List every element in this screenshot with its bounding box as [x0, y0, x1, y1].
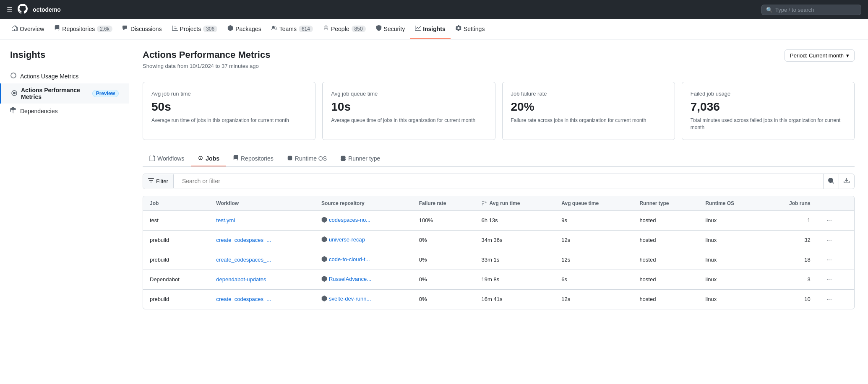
nav-insights[interactable]: Insights — [410, 19, 451, 39]
cell-repo-1[interactable]: universe-recap — [315, 230, 412, 250]
nav-people-label: People — [331, 26, 349, 32]
tab-repositories[interactable]: Repositories — [226, 152, 280, 166]
table-row: prebuild create_codespaces_... svelte-de… — [143, 289, 854, 309]
people-badge: 850 — [352, 26, 366, 32]
cell-failure-rate-2: 0% — [412, 250, 475, 270]
nav-insights-label: Insights — [423, 26, 446, 32]
sidebar-item-performance-metrics[interactable]: Actions Performance Metrics Preview — [0, 83, 129, 104]
filter-button[interactable]: Filter — [143, 174, 174, 188]
cell-avg-queue-time-3: 6s — [555, 270, 633, 289]
search-placeholder: Type / to search — [775, 7, 814, 13]
cell-more-0[interactable]: ··· — [817, 210, 854, 230]
cell-job-runs-0: 1 — [764, 210, 817, 230]
tab-workflows[interactable]: Workflows — [143, 152, 191, 166]
cell-runtime-os-1: linux — [699, 230, 764, 250]
more-button-2[interactable]: ··· — [824, 255, 834, 265]
table-row: prebuild create_codespaces_... universe-… — [143, 230, 854, 250]
cell-job-0: test — [143, 210, 209, 230]
cell-job-2: prebuild — [143, 250, 209, 270]
tab-runner-type[interactable]: Runner type — [334, 152, 387, 166]
cell-job-runs-1: 32 — [764, 230, 817, 250]
nav-projects[interactable]: Projects 306 — [167, 19, 223, 39]
cell-repo-4[interactable]: svelte-dev-runn... — [315, 289, 412, 309]
more-button-0[interactable]: ··· — [824, 216, 834, 225]
cell-runtime-os-0: linux — [699, 210, 764, 230]
metric-value-3: 7,036 — [691, 100, 846, 114]
metric-label-1: Avg job queue time — [331, 91, 486, 97]
th-runner-type: Runner type — [633, 196, 699, 211]
more-button-3[interactable]: ··· — [824, 275, 834, 284]
nav-security-label: Security — [384, 26, 405, 32]
svg-point-0 — [11, 73, 16, 78]
more-button-4[interactable]: ··· — [824, 295, 834, 304]
sidebar-item-usage-metrics[interactable]: Actions Usage Metrics — [0, 69, 129, 83]
projects-icon — [172, 25, 178, 32]
workflows-icon — [149, 155, 155, 162]
tab-runtime-os[interactable]: Runtime OS — [280, 152, 334, 166]
topbar: ☰ octodemo 🔍 Type / to search — [0, 0, 868, 19]
nav-teams[interactable]: Teams 614 — [266, 19, 318, 39]
org-name[interactable]: octodemo — [33, 6, 61, 13]
filter-download-icon-btn[interactable] — [839, 174, 854, 189]
chevron-down-icon: ▾ — [846, 52, 849, 59]
repositories-icon — [54, 25, 60, 32]
preview-badge: Preview — [92, 90, 119, 97]
table-header-row: Job Workflow Source repository Failure r… — [143, 196, 854, 211]
filter-search-input[interactable] — [177, 174, 820, 188]
cell-workflow-4[interactable]: create_codespaces_... — [209, 289, 315, 309]
cell-more-2[interactable]: ··· — [817, 250, 854, 270]
cell-repo-0[interactable]: codespaces-no... — [315, 210, 412, 230]
nav-discussions-label: Discussions — [130, 26, 162, 32]
more-button-1[interactable]: ··· — [824, 236, 834, 245]
nav-repositories[interactable]: Repositories 2.6k — [49, 19, 117, 39]
repo-tab-icon — [233, 155, 239, 162]
metric-card-avg-job-queue: Avg job queue time 10s Average queue tim… — [322, 82, 495, 140]
period-button[interactable]: Period: Current month ▾ — [785, 49, 855, 62]
th-job: Job — [143, 196, 209, 211]
date-range: Showing data from 10/1/2024 to 37 minute… — [143, 63, 270, 69]
table-row: test test.yml codespaces-no... 100% 6h 1… — [143, 210, 854, 230]
jobs-table: Job Workflow Source repository Failure r… — [143, 196, 855, 309]
nav-settings[interactable]: Settings — [451, 19, 490, 39]
svg-point-2 — [13, 92, 16, 94]
search-bar[interactable]: 🔍 Type / to search — [761, 5, 861, 15]
cell-more-4[interactable]: ··· — [817, 289, 854, 309]
filter-actions — [823, 174, 854, 189]
nav-overview[interactable]: Overview — [7, 19, 49, 39]
cell-workflow-3[interactable]: dependabot-updates — [209, 270, 315, 289]
cell-more-1[interactable]: ··· — [817, 230, 854, 250]
cell-more-3[interactable]: ··· — [817, 270, 854, 289]
filter-search-icon-btn[interactable] — [823, 174, 839, 189]
cell-workflow-2[interactable]: create_codespaces_... — [209, 250, 315, 270]
nav-security[interactable]: Security — [371, 19, 410, 39]
dependencies-icon — [10, 107, 17, 115]
cell-workflow-0[interactable]: test.yml — [209, 210, 315, 230]
navbar: Overview Repositories 2.6k Discussions P… — [0, 19, 868, 39]
metric-desc-1: Average queue time of jobs in this organ… — [331, 117, 486, 124]
tab-jobs[interactable]: Jobs — [191, 152, 226, 166]
sidebar-performance-label: Actions Performance Metrics — [21, 87, 89, 100]
cell-job-runs-3: 3 — [764, 270, 817, 289]
teams-icon — [271, 25, 277, 32]
overview-icon — [12, 25, 18, 32]
th-runtime-os: Runtime OS — [699, 196, 764, 211]
nav-packages[interactable]: Packages — [222, 19, 266, 39]
filter-button-label: Filter — [156, 178, 168, 184]
hamburger-icon[interactable]: ☰ — [7, 6, 13, 14]
main-content: Actions Performance Metrics Showing data… — [129, 39, 868, 384]
main-layout: Insights Actions Usage Metrics Actions P… — [0, 39, 868, 384]
metric-desc-0: Average run time of jobs in this organiz… — [151, 117, 307, 124]
search-icon: 🔍 — [766, 7, 773, 13]
nav-discussions[interactable]: Discussions — [117, 19, 167, 39]
cell-avg-queue-time-0: 9s — [555, 210, 633, 230]
nav-people[interactable]: People 850 — [318, 19, 371, 39]
table-row: Dependabot dependabot-updates RusselAdva… — [143, 270, 854, 289]
sidebar-item-dependencies[interactable]: Dependencies — [0, 104, 129, 118]
repositories-badge: 2.6k — [97, 26, 112, 32]
cell-repo-3[interactable]: RusselAdvance... — [315, 270, 412, 289]
th-avg-run-time[interactable]: Avg run time — [475, 196, 555, 211]
metric-desc-3: Total minutes used across failed jobs in… — [691, 117, 846, 131]
cell-workflow-1[interactable]: create_codespaces_... — [209, 230, 315, 250]
cell-runner-type-0: hosted — [633, 210, 699, 230]
cell-repo-2[interactable]: code-to-cloud-t... — [315, 250, 412, 270]
